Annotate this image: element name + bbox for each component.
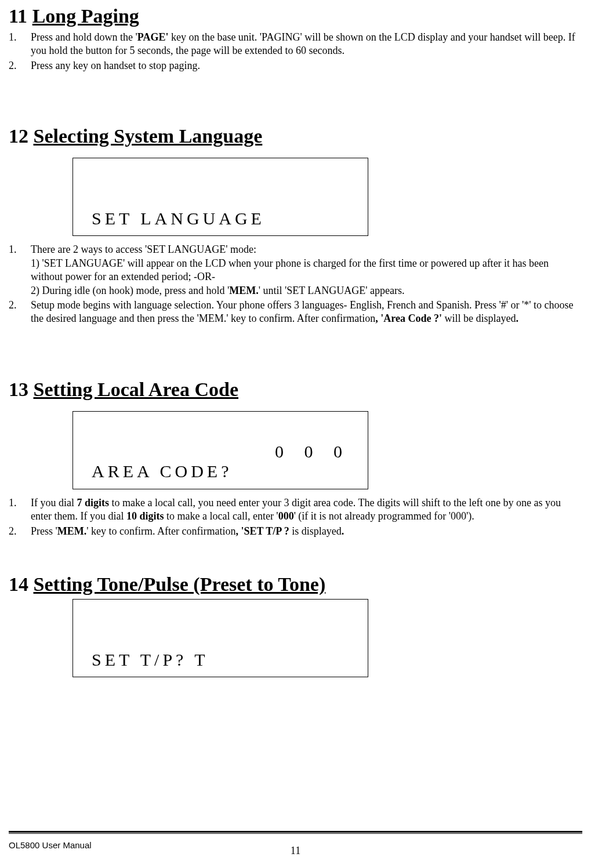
heading-13-num: 13 (9, 378, 28, 401)
list-number: 2. (9, 299, 31, 326)
lcd-display-13: 0 0 0 AREA CODE? (72, 411, 368, 489)
footer-page-number: 11 (9, 840, 582, 858)
text: is displayed (289, 525, 342, 537)
text: Press and hold down the ' (31, 31, 137, 43)
heading-11-num: 11 (9, 5, 27, 27)
section-12: 12 Selecting System Language SET LANGUAG… (9, 125, 582, 325)
heading-14-num: 14 (9, 573, 28, 595)
lcd-text: SET LANGUAGE (92, 209, 356, 229)
list-item: 1. If you dial 7 digits to make a local … (9, 496, 582, 524)
footer: OL5800 User Manual 11 (9, 831, 582, 858)
text-bold: . (516, 313, 519, 324)
text-bold: , 'SET T/P ? (235, 525, 289, 537)
list-item: 1. Press and hold down the 'PAGE' key on… (9, 31, 582, 58)
footer-rule-thick (9, 831, 582, 833)
list-body: Setup mode begins with language selectio… (31, 299, 582, 326)
lcd-display-12: SET LANGUAGE (72, 158, 368, 236)
text: 2) During idle (on hook) mode, press and… (31, 285, 229, 296)
list-body: Press 'MEM.' key to confirm. After confi… (31, 525, 582, 538)
text-bold: PAGE' (137, 31, 169, 43)
lcd-text-line1: 0 0 0 (92, 442, 356, 462)
list-number: 2. (9, 525, 31, 538)
text: will be displayed (442, 313, 516, 324)
heading-13-title: Setting Local Area Code (34, 379, 239, 400)
list-11: 1. Press and hold down the 'PAGE' key on… (9, 31, 582, 72)
text-bold: MEM. (229, 285, 258, 296)
lcd-text: SET T/P? T (92, 650, 356, 670)
text: ' key to confirm. After confirmation (86, 525, 235, 537)
heading-12-num: 12 (9, 125, 28, 147)
section-14: 14 Setting Tone/Pulse (Preset to Tone) S… (9, 573, 582, 677)
text-bold: 7 digits (77, 497, 109, 509)
text: to make a local call, enter ' (164, 510, 278, 522)
list-item: 2. Press 'MEM.' key to confirm. After co… (9, 525, 582, 538)
list-body: There are 2 ways to access 'SET LANGUAGE… (31, 243, 582, 297)
heading-14: 14 Setting Tone/Pulse (Preset to Tone) (9, 573, 582, 595)
list-item: 2. Setup mode begins with language selec… (9, 299, 582, 326)
text-bold: 000 (278, 510, 294, 522)
list-12: 1. There are 2 ways to access 'SET LANGU… (9, 243, 582, 325)
section-13: 13 Setting Local Area Code 0 0 0 AREA CO… (9, 378, 582, 538)
text: There are 2 ways to access 'SET LANGUAGE… (31, 244, 256, 255)
list-number: 1. (9, 496, 31, 524)
list-body: Press any key on handset to stop paging. (31, 59, 582, 72)
heading-11: 11 Long Paging (9, 5, 582, 27)
text: Press ' (31, 525, 57, 537)
heading-12: 12 Selecting System Language (9, 125, 582, 147)
heading-13: 13 Setting Local Area Code (9, 378, 582, 401)
text-bold: 10 digits (126, 510, 164, 522)
list-number: 2. (9, 59, 31, 72)
heading-12-title: Selecting System Language (34, 125, 263, 147)
text: 1) 'SET LANGUAGE' will appear on the LCD… (31, 257, 549, 282)
text-bold: . (342, 525, 345, 537)
footer-row: OL5800 User Manual 11 (9, 840, 582, 858)
text: If you dial (31, 497, 77, 509)
lcd-text-line2: AREA CODE? (92, 462, 356, 482)
footer-rule-thin (9, 833, 582, 834)
section-11: 11 Long Paging 1. Press and hold down th… (9, 5, 582, 72)
text: ' (if it is not already programmed for '… (294, 510, 474, 522)
list-item: 1. There are 2 ways to access 'SET LANGU… (9, 243, 582, 297)
list-number: 1. (9, 31, 31, 58)
list-item: 2. Press any key on handset to stop pagi… (9, 59, 582, 72)
list-body: Press and hold down the 'PAGE' key on th… (31, 31, 582, 58)
footer-left-text: OL5800 User Manual (9, 840, 92, 851)
text-bold: , 'Area Code ?' (375, 313, 442, 324)
page: 11 Long Paging 1. Press and hold down th… (0, 5, 591, 868)
lcd-display-14: SET T/P? T (72, 599, 368, 677)
heading-11-title: Long Paging (32, 5, 139, 27)
text: ' until 'SET LANGUAGE' appears. (259, 285, 405, 296)
list-body: If you dial 7 digits to make a local cal… (31, 496, 582, 524)
list-number: 1. (9, 243, 31, 297)
text-bold: MEM. (57, 525, 86, 537)
heading-14-title: Setting Tone/Pulse (Preset to Tone) (34, 573, 326, 595)
list-13: 1. If you dial 7 digits to make a local … (9, 496, 582, 538)
